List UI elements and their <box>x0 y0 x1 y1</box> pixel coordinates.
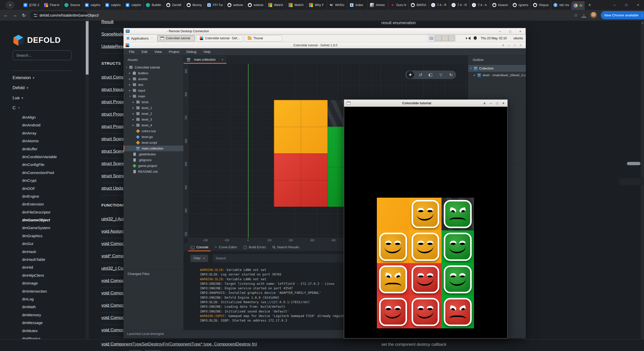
browser-tab[interactable]: Buildin <box>143 0 164 10</box>
browser-tab[interactable]: WebVi <box>266 0 286 10</box>
rotate-tool[interactable] <box>417 71 424 79</box>
asset-tree-row[interactable]: level_4 <box>124 122 183 128</box>
kebab-menu-icon[interactable] <box>640 13 644 17</box>
expander-icon[interactable] <box>470 67 474 69</box>
sidebar-api-link[interactable]: dmMutex <box>22 327 57 335</box>
sidebar-api-link[interactable]: dmEngine <box>22 192 57 200</box>
doc-link[interactable]: Result <box>101 19 113 24</box>
sidebar-api-link[interactable]: dmConditionVariable <box>22 153 57 161</box>
asset-tree-row[interactable]: builtins <box>124 70 183 76</box>
taskbar-clock[interactable]: Thu 23 May, 02:10 <box>481 34 507 42</box>
game-title-bar[interactable]: Colorslide tutorial ∧ – □ × <box>344 100 507 107</box>
sidebar-api-link[interactable]: dmHttpClient <box>22 271 57 279</box>
site-settings-icon[interactable] <box>34 14 37 17</box>
game-tile[interactable] <box>409 296 442 328</box>
sidebar-api-link[interactable]: dmGui <box>22 240 57 248</box>
game-tile[interactable] <box>441 263 474 296</box>
forward-button[interactable]: → <box>11 10 19 21</box>
browser-tab[interactable]: 7.4 - A <box>469 0 490 10</box>
asset-tree-row[interactable]: main.collection <box>124 146 183 151</box>
maximize-button[interactable]: □ <box>620 0 632 10</box>
expander-icon[interactable] <box>133 113 136 115</box>
sidebar-api-link[interactable]: dmHid <box>22 263 57 271</box>
browser-tab[interactable]: Amine <box>368 0 388 10</box>
struct-link[interactable]: struct Scene <box>101 173 125 178</box>
scene-tile-red-block[interactable] <box>274 153 328 207</box>
expander-icon[interactable] <box>474 74 477 76</box>
sidebar-api-link[interactable]: dmMemory <box>22 311 57 319</box>
minimize-button[interactable]: – <box>489 101 492 105</box>
console-tab[interactable]: Console <box>187 243 212 251</box>
scale-tool[interactable] <box>427 71 434 79</box>
workspace-4[interactable] <box>449 35 455 41</box>
function-link[interactable]: void* Compo <box>101 254 126 258</box>
expander-icon[interactable] <box>129 84 133 86</box>
minimize-button[interactable]: – <box>507 44 511 47</box>
game-tile[interactable] <box>377 296 409 328</box>
browser-tab[interactable]: rgrams <box>510 0 531 10</box>
browser-tab[interactable]: calytrix <box>123 0 143 10</box>
browser-tab[interactable]: calytrix <box>103 0 123 10</box>
game-tile[interactable] <box>377 263 409 296</box>
menu-item[interactable]: Help <box>200 48 214 55</box>
sidebar-api-link[interactable]: dmMath <box>22 303 57 311</box>
browser-tab[interactable]: WHDo <box>327 0 347 10</box>
tab-close-icon[interactable] <box>221 58 223 61</box>
sidebar-api-link[interactable]: dmExtension <box>22 200 57 208</box>
volume-icon[interactable] <box>467 37 470 40</box>
expander-icon[interactable] <box>129 95 133 97</box>
browser-tab[interactable]: Index <box>347 0 368 10</box>
scrollbar-thumb[interactable] <box>627 162 640 165</box>
browser-tab[interactable]: Source <box>62 0 82 10</box>
browser-tab[interactable]: webvie <box>245 0 266 10</box>
browser-tab[interactable]: FFI Tut <box>205 0 225 10</box>
sidebar-api-link[interactable]: dmMessage <box>22 319 57 327</box>
expander-icon[interactable] <box>133 107 136 109</box>
asset-tree-row[interactable]: colors.lua <box>124 128 183 134</box>
scrollbar-thumb[interactable] <box>86 21 89 75</box>
doc-link[interactable]: SceneNode <box>101 32 124 37</box>
taskbar-window-button[interactable]: Colorslide tutorial - Def... <box>196 35 243 42</box>
sidebar-api-link[interactable]: dmHash <box>22 248 57 256</box>
orbit-tool[interactable] <box>447 71 455 79</box>
menu-item[interactable]: Edit <box>138 48 151 55</box>
bookmark-star-icon[interactable]: ☆ <box>572 10 580 21</box>
game-tile[interactable] <box>441 296 474 328</box>
shade-button[interactable]: ∧ <box>483 101 486 105</box>
game-tile[interactable] <box>377 230 409 263</box>
docs-search-input[interactable] <box>13 50 71 60</box>
struct-link[interactable]: struct Scene <box>101 136 125 141</box>
browser-tab[interactable]: std::ma <box>551 0 571 10</box>
asset-tree-row[interactable]: level_3 <box>124 117 183 122</box>
properties-field[interactable] <box>619 178 644 185</box>
address-bar[interactable]: defold.com/ref/stable/dmGameObject/ <box>30 11 88 19</box>
sidebar-nav-item[interactable]: Lua <box>13 93 35 103</box>
struct-link[interactable]: struct Scene <box>101 161 125 166</box>
sidebar-api-link[interactable]: dmConfigFile <box>22 161 57 168</box>
sidebar-api-link[interactable]: dmAtomic <box>22 137 57 145</box>
expander-icon[interactable] <box>129 78 133 80</box>
menu-item[interactable]: File <box>126 48 138 55</box>
asset-tree-row[interactable]: .gitattributes <box>124 151 183 157</box>
browser-tab[interactable]: Xinyua <box>531 0 551 10</box>
notification-bell-icon[interactable] <box>474 36 477 39</box>
download-icon[interactable] <box>582 13 586 17</box>
sidebar-api-link[interactable]: dmDDF <box>22 185 57 192</box>
url-text[interactable]: defold.com/ref/stable/dmGameObject/ <box>39 13 99 17</box>
editor-title-bar[interactable]: Colorslide tutorial - Defold 1.8.0 ∧ – □… <box>124 42 526 48</box>
asset-tree-row[interactable]: game.project <box>124 163 183 169</box>
maximize-button[interactable]: □ <box>513 44 516 47</box>
expander-icon[interactable] <box>126 66 129 68</box>
struct-link[interactable]: struct Updat <box>101 186 125 191</box>
asset-tree-row[interactable]: level_1 <box>124 105 183 111</box>
function-signature-link[interactable]: void ComponentTypeSetDestroyFn(Component… <box>101 342 257 347</box>
expander-icon[interactable] <box>133 101 136 103</box>
asset-tree-row[interactable]: main <box>124 93 183 99</box>
sidebar-api-link[interactable]: dmCrypt <box>22 177 57 184</box>
outline-tree-row[interactable]: Collection <box>468 65 526 72</box>
function-link[interactable]: void Compo <box>101 278 124 283</box>
page-scrollbar[interactable] <box>641 21 644 351</box>
scene-tile-orange-block[interactable] <box>274 100 328 153</box>
move-tool[interactable] <box>407 71 414 79</box>
scroll-up-arrow-icon[interactable] <box>641 22 644 24</box>
